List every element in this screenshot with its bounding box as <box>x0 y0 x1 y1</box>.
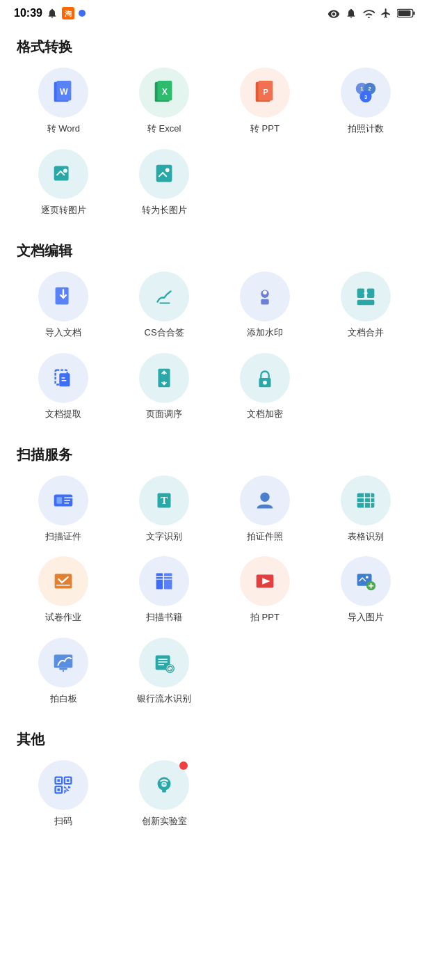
svg-rect-60 <box>60 668 67 670</box>
label-lab: 创新实验室 <box>142 816 187 828</box>
status-left: 10:39 淘 <box>14 7 86 19</box>
section-title-format: 格式转换 <box>17 24 412 68</box>
svg-text:X: X <box>162 87 168 97</box>
icon-photo-count: 1 2 3 <box>341 68 391 118</box>
item-doc-extract[interactable]: 文档提取 <box>17 353 111 420</box>
lab-notification-badge <box>179 761 188 770</box>
section-title-scan: 扫描服务 <box>17 432 412 475</box>
label-doc-extract: 文档提取 <box>45 409 81 420</box>
others-grid: 扫码 创新实验室 <box>17 760 412 828</box>
svg-text:W: W <box>60 87 68 97</box>
label-cs-sign: CS合合签 <box>145 327 184 339</box>
item-import-doc[interactable]: 导入文档 <box>17 271 111 339</box>
svg-point-41 <box>260 492 269 501</box>
icon-cs-sign <box>139 271 189 322</box>
format-convert-grid: W 转 Word X 转 Excel <box>17 68 412 216</box>
icon-doc-merge <box>341 271 391 322</box>
svg-point-75 <box>161 782 167 787</box>
svg-point-36 <box>263 380 267 384</box>
bell-icon <box>47 8 58 19</box>
item-to-ppt[interactable]: P 转 PPT <box>218 68 312 135</box>
bell-muted-icon <box>346 8 357 19</box>
icon-qrcode <box>38 760 88 810</box>
icon-exam-work <box>38 556 88 606</box>
item-doc-encrypt[interactable]: 文档加密 <box>218 353 312 420</box>
item-photo-id[interactable]: 拍证件照 <box>218 475 312 543</box>
svg-point-2 <box>79 10 86 17</box>
status-right <box>327 8 415 19</box>
svg-rect-76 <box>162 789 166 793</box>
icon-to-excel: X <box>139 68 189 118</box>
item-import-img[interactable]: 导入图片 <box>318 556 412 624</box>
item-cs-sign[interactable]: CS合合签 <box>118 271 211 339</box>
icon-page-order <box>139 353 189 403</box>
taobao-icon: 淘 <box>62 7 74 19</box>
item-lab[interactable]: 创新实验室 <box>118 760 211 828</box>
label-ocr: 文字识别 <box>146 531 182 543</box>
svg-point-28 <box>263 290 267 294</box>
item-exam-work[interactable]: 试卷作业 <box>17 556 111 624</box>
item-qrcode[interactable]: 扫码 <box>17 760 111 828</box>
item-watermark[interactable]: 添加水印 <box>218 271 312 339</box>
svg-rect-21 <box>54 166 69 180</box>
icon-scan-id <box>38 475 88 525</box>
icon-to-long-img <box>139 149 189 199</box>
item-page-to-img[interactable]: 逐页转图片 <box>17 149 111 216</box>
item-table-ocr[interactable]: 表格识别 <box>318 475 412 543</box>
section-others: 其他 扫码 <box>0 716 429 839</box>
label-page-order: 页面调序 <box>146 409 182 420</box>
label-table-ocr: 表格识别 <box>348 531 384 543</box>
svg-rect-38 <box>57 497 63 504</box>
svg-text:P: P <box>263 88 268 96</box>
svg-rect-4 <box>413 12 414 15</box>
label-to-excel: 转 Excel <box>147 123 181 135</box>
label-scan-book: 扫描书籍 <box>146 612 182 624</box>
icon-table-ocr <box>341 475 391 525</box>
item-page-order[interactable]: 页面调序 <box>118 353 211 420</box>
item-whiteboard[interactable]: 拍白板 <box>17 638 111 705</box>
svg-point-22 <box>63 168 67 173</box>
item-to-word[interactable]: W 转 Word <box>17 68 111 135</box>
section-title-doc-edit: 文档编辑 <box>17 228 412 271</box>
item-to-long-img[interactable]: 转为长图片 <box>118 149 211 216</box>
label-doc-merge: 文档合并 <box>348 327 384 339</box>
item-scan-id[interactable]: 扫描证件 <box>17 475 111 543</box>
icon-to-word: W <box>38 68 88 118</box>
icon-import-doc <box>38 271 88 322</box>
label-page-to-img: 逐页转图片 <box>41 205 86 216</box>
label-whiteboard: 拍白板 <box>50 693 77 705</box>
icon-scan-book <box>139 556 189 606</box>
svg-rect-27 <box>261 299 268 305</box>
item-to-excel[interactable]: X 转 Excel <box>118 68 211 135</box>
svg-rect-33 <box>60 373 70 386</box>
icon-page-to-img <box>38 149 88 199</box>
item-photo-ppt[interactable]: 拍 PPT <box>218 556 312 624</box>
label-import-doc: 导入文档 <box>45 327 81 339</box>
item-photo-count[interactable]: 1 2 3 拍照计数 <box>318 68 412 135</box>
icon-ocr: T <box>139 475 189 525</box>
item-scan-book[interactable]: 扫描书籍 <box>118 556 211 624</box>
label-photo-id: 拍证件照 <box>247 531 283 543</box>
battery-icon <box>397 8 415 18</box>
item-ocr[interactable]: T 文字识别 <box>118 475 211 543</box>
icon-doc-extract <box>38 353 88 403</box>
svg-rect-30 <box>367 288 374 297</box>
airplane-icon <box>380 8 391 19</box>
label-bank-flow: 银行流水识别 <box>137 693 191 705</box>
icon-import-img <box>341 556 391 606</box>
icon-photo-ppt <box>240 556 290 606</box>
svg-rect-48 <box>156 574 163 590</box>
label-to-long-img: 转为长图片 <box>142 205 187 216</box>
item-bank-flow[interactable]: 银行流水识别 <box>118 638 211 705</box>
svg-text:2: 2 <box>368 86 371 92</box>
eye-icon <box>327 8 340 18</box>
svg-rect-71 <box>58 780 60 782</box>
item-doc-merge[interactable]: 文档合并 <box>318 271 412 339</box>
scan-service-grid: 扫描证件 T 文字识别 <box>17 475 412 706</box>
doc-edit-grid: 导入文档 CS合合签 <box>17 271 412 420</box>
icon-to-ppt: P <box>240 68 290 118</box>
icon-doc-encrypt <box>240 353 290 403</box>
label-watermark: 添加水印 <box>247 327 283 339</box>
svg-rect-49 <box>164 574 172 590</box>
section-scan-service: 扫描服务 扫描证件 T <box>0 432 429 717</box>
